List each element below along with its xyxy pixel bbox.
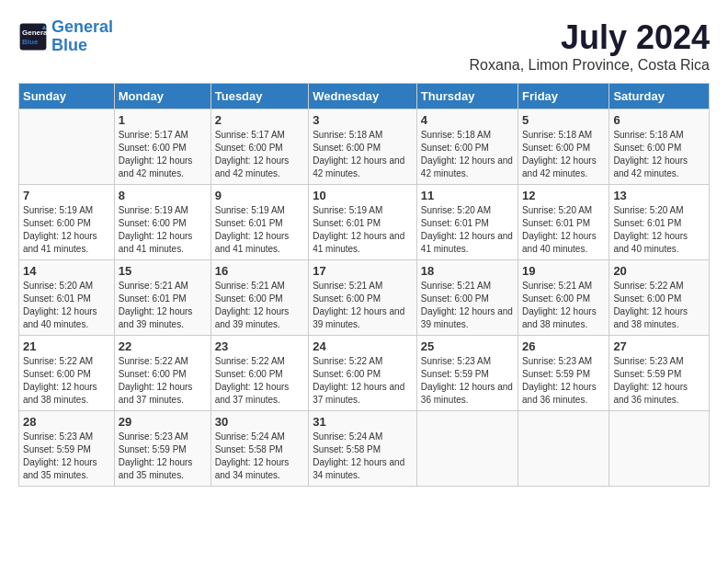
day-info: Sunrise: 5:20 AMSunset: 6:01 PMDaylight:…	[613, 204, 705, 256]
day-number: 29	[119, 415, 207, 429]
day-header-saturday: Saturday	[609, 84, 710, 109]
calendar-cell: 15Sunrise: 5:21 AMSunset: 6:01 PMDayligh…	[114, 260, 210, 336]
main-title: July 2024	[470, 18, 710, 57]
calendar-cell	[518, 411, 609, 487]
day-info: Sunrise: 5:19 AMSunset: 6:00 PMDaylight:…	[23, 204, 110, 256]
calendar-cell: 20Sunrise: 5:22 AMSunset: 6:00 PMDayligh…	[609, 260, 710, 336]
calendar-cell: 24Sunrise: 5:22 AMSunset: 6:00 PMDayligh…	[309, 336, 417, 411]
day-header-thursday: Thursday	[416, 84, 518, 109]
day-header-friday: Friday	[518, 84, 609, 109]
calendar-cell: 21Sunrise: 5:22 AMSunset: 6:00 PMDayligh…	[19, 336, 115, 411]
week-row-5: 28Sunrise: 5:23 AMSunset: 5:59 PMDayligh…	[19, 411, 710, 487]
calendar-cell: 3Sunrise: 5:18 AMSunset: 6:00 PMDaylight…	[309, 109, 417, 185]
day-number: 28	[23, 415, 110, 429]
day-header-tuesday: Tuesday	[210, 84, 308, 109]
day-number: 8	[119, 189, 207, 202]
day-number: 12	[522, 189, 605, 202]
day-number: 26	[522, 339, 605, 353]
day-info: Sunrise: 5:23 AMSunset: 5:59 PMDaylight:…	[23, 431, 110, 482]
day-number: 19	[522, 264, 605, 278]
calendar-cell: 28Sunrise: 5:23 AMSunset: 5:59 PMDayligh…	[19, 411, 115, 487]
week-row-2: 7Sunrise: 5:19 AMSunset: 6:00 PMDaylight…	[19, 185, 710, 260]
day-number: 9	[215, 189, 304, 202]
svg-text:General: General	[22, 29, 48, 37]
day-info: Sunrise: 5:24 AMSunset: 5:58 PMDaylight:…	[215, 431, 304, 482]
day-info: Sunrise: 5:22 AMSunset: 6:00 PMDaylight:…	[313, 355, 413, 407]
calendar-cell: 7Sunrise: 5:19 AMSunset: 6:00 PMDaylight…	[19, 185, 115, 260]
day-info: Sunrise: 5:22 AMSunset: 6:00 PMDaylight:…	[23, 355, 110, 407]
day-number: 7	[23, 189, 110, 202]
day-number: 11	[421, 189, 514, 202]
day-number: 20	[613, 264, 705, 278]
week-row-3: 14Sunrise: 5:20 AMSunset: 6:01 PMDayligh…	[19, 260, 710, 336]
week-row-4: 21Sunrise: 5:22 AMSunset: 6:00 PMDayligh…	[19, 336, 710, 411]
day-info: Sunrise: 5:23 AMSunset: 5:59 PMDaylight:…	[119, 431, 207, 482]
calendar-cell: 29Sunrise: 5:23 AMSunset: 5:59 PMDayligh…	[114, 411, 210, 487]
day-info: Sunrise: 5:18 AMSunset: 6:00 PMDaylight:…	[421, 129, 514, 180]
day-info: Sunrise: 5:18 AMSunset: 6:00 PMDaylight:…	[613, 129, 705, 180]
calendar-cell: 8Sunrise: 5:19 AMSunset: 6:00 PMDaylight…	[114, 185, 210, 260]
calendar-cell	[19, 109, 115, 185]
calendar-cell: 5Sunrise: 5:18 AMSunset: 6:00 PMDaylight…	[518, 109, 609, 185]
calendar-cell: 31Sunrise: 5:24 AMSunset: 5:58 PMDayligh…	[309, 411, 417, 487]
calendar-cell: 14Sunrise: 5:20 AMSunset: 6:01 PMDayligh…	[19, 260, 115, 336]
calendar-cell: 23Sunrise: 5:22 AMSunset: 6:00 PMDayligh…	[210, 336, 308, 411]
calendar-cell: 30Sunrise: 5:24 AMSunset: 5:58 PMDayligh…	[210, 411, 308, 487]
day-info: Sunrise: 5:19 AMSunset: 6:01 PMDaylight:…	[215, 204, 304, 256]
day-number: 3	[313, 113, 413, 127]
day-info: Sunrise: 5:20 AMSunset: 6:01 PMDaylight:…	[522, 204, 605, 256]
day-info: Sunrise: 5:20 AMSunset: 6:01 PMDaylight:…	[23, 280, 110, 331]
calendar-cell: 9Sunrise: 5:19 AMSunset: 6:01 PMDaylight…	[210, 185, 308, 260]
day-number: 17	[313, 264, 413, 278]
calendar-cell: 12Sunrise: 5:20 AMSunset: 6:01 PMDayligh…	[518, 185, 609, 260]
logo-line1: General	[51, 17, 113, 36]
calendar-cell: 2Sunrise: 5:17 AMSunset: 6:00 PMDaylight…	[210, 109, 308, 185]
day-info: Sunrise: 5:24 AMSunset: 5:58 PMDaylight:…	[313, 431, 413, 482]
calendar-cell: 26Sunrise: 5:23 AMSunset: 5:59 PMDayligh…	[518, 336, 609, 411]
subtitle: Roxana, Limon Province, Costa Rica	[470, 57, 710, 74]
calendar-cell: 13Sunrise: 5:20 AMSunset: 6:01 PMDayligh…	[609, 185, 710, 260]
calendar-table: SundayMondayTuesdayWednesdayThursdayFrid…	[18, 83, 710, 487]
day-number: 25	[421, 339, 514, 353]
calendar-cell: 4Sunrise: 5:18 AMSunset: 6:00 PMDaylight…	[416, 109, 518, 185]
calendar-cell: 6Sunrise: 5:18 AMSunset: 6:00 PMDaylight…	[609, 109, 710, 185]
day-info: Sunrise: 5:21 AMSunset: 6:01 PMDaylight:…	[119, 280, 207, 331]
day-info: Sunrise: 5:19 AMSunset: 6:00 PMDaylight:…	[119, 204, 207, 256]
calendar-cell: 22Sunrise: 5:22 AMSunset: 6:00 PMDayligh…	[114, 336, 210, 411]
day-number: 16	[215, 264, 304, 278]
calendar-cell: 17Sunrise: 5:21 AMSunset: 6:00 PMDayligh…	[309, 260, 417, 336]
calendar-cell: 25Sunrise: 5:23 AMSunset: 5:59 PMDayligh…	[416, 336, 518, 411]
day-number: 6	[613, 113, 705, 127]
calendar-cell	[609, 411, 710, 487]
calendar-cell: 27Sunrise: 5:23 AMSunset: 5:59 PMDayligh…	[609, 336, 710, 411]
day-number: 27	[613, 339, 705, 353]
day-number: 13	[613, 189, 705, 202]
logo-line2: Blue	[51, 36, 87, 54]
calendar-cell: 16Sunrise: 5:21 AMSunset: 6:00 PMDayligh…	[210, 260, 308, 336]
calendar-cell: 1Sunrise: 5:17 AMSunset: 6:00 PMDaylight…	[114, 109, 210, 185]
week-row-1: 1Sunrise: 5:17 AMSunset: 6:00 PMDaylight…	[19, 109, 710, 185]
calendar-cell	[416, 411, 518, 487]
day-info: Sunrise: 5:17 AMSunset: 6:00 PMDaylight:…	[215, 129, 304, 180]
calendar-cell: 10Sunrise: 5:19 AMSunset: 6:01 PMDayligh…	[309, 185, 417, 260]
day-info: Sunrise: 5:18 AMSunset: 6:00 PMDaylight:…	[313, 129, 413, 180]
logo-icon: General Blue	[18, 22, 48, 52]
day-header-sunday: Sunday	[19, 84, 115, 109]
day-info: Sunrise: 5:22 AMSunset: 6:00 PMDaylight:…	[119, 355, 207, 407]
day-number: 21	[23, 339, 110, 353]
day-info: Sunrise: 5:23 AMSunset: 5:59 PMDaylight:…	[522, 355, 605, 407]
calendar-cell: 18Sunrise: 5:21 AMSunset: 6:00 PMDayligh…	[416, 260, 518, 336]
day-number: 10	[313, 189, 413, 202]
day-info: Sunrise: 5:21 AMSunset: 6:00 PMDaylight:…	[215, 280, 304, 331]
day-number: 18	[421, 264, 514, 278]
day-number: 4	[421, 113, 514, 127]
day-number: 24	[313, 339, 413, 353]
day-number: 30	[215, 415, 304, 429]
day-number: 15	[119, 264, 207, 278]
day-number: 22	[119, 339, 207, 353]
logo: General Blue General Blue	[18, 18, 113, 55]
calendar-cell: 11Sunrise: 5:20 AMSunset: 6:01 PMDayligh…	[416, 185, 518, 260]
day-number: 23	[215, 339, 304, 353]
day-number: 1	[119, 113, 207, 127]
day-number: 14	[23, 264, 110, 278]
